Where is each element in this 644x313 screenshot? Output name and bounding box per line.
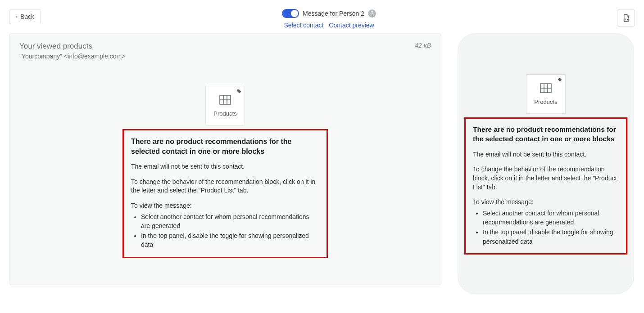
- preview-size: 42 kB: [415, 42, 431, 49]
- contact-preview-link[interactable]: Contact preview: [329, 22, 374, 29]
- topbar-center: Message for Person 2 ? Select contact Co…: [282, 9, 376, 29]
- products-grid-icon: [540, 83, 552, 93]
- view-code-button[interactable]: [617, 9, 635, 27]
- warning-line-2: To change the behavior of the recommenda…: [131, 178, 319, 195]
- code-file-icon: [621, 13, 630, 22]
- warning-line-2: To change the behavior of the recommenda…: [473, 165, 619, 192]
- warning-list: Select another contact for whom personal…: [473, 209, 619, 246]
- products-block[interactable]: Products: [205, 86, 245, 125]
- warning-line-3: To view the message:: [131, 201, 319, 210]
- personalized-toggle[interactable]: [282, 9, 299, 18]
- warning-list: Select another contact for whom personal…: [131, 212, 319, 250]
- back-button[interactable]: ‹ Back: [9, 9, 41, 24]
- toggle-row: Message for Person 2 ?: [282, 9, 376, 18]
- back-label: Back: [20, 13, 34, 20]
- warning-line-3: To view the message:: [473, 198, 619, 207]
- desktop-preview-panel: Your viewed products "Yourcompany" <info…: [9, 33, 441, 285]
- toggle-label: Message for Person 2: [303, 10, 364, 17]
- warning-box-desktop: There are no product recommendations for…: [122, 129, 328, 258]
- chevron-left-icon: ‹: [16, 13, 18, 20]
- links-row: Select contact Contact preview: [284, 22, 374, 29]
- warning-list-item: In the top panel, disable the toggle for…: [483, 228, 619, 246]
- mobile-preview-panel: Products There are no product recommenda…: [458, 33, 634, 294]
- warning-list-item: Select another contact for whom personal…: [483, 209, 619, 227]
- tag-icon: [236, 89, 242, 94]
- products-block-label: Products: [534, 98, 557, 105]
- warning-list-item: Select another contact for whom personal…: [141, 212, 319, 231]
- warning-line-1: The email will not be sent to this conta…: [131, 162, 319, 171]
- warning-box-mobile: There are no product recommendations for…: [464, 117, 627, 255]
- content-area: Your viewed products "Yourcompany" <info…: [0, 33, 644, 294]
- preview-subject: Your viewed products: [19, 42, 125, 51]
- help-icon[interactable]: ?: [368, 9, 376, 18]
- select-contact-link[interactable]: Select contact: [284, 22, 323, 29]
- warning-title: There are no product recommendations for…: [131, 137, 319, 156]
- topbar: ‹ Back Message for Person 2 ? Select con…: [0, 0, 644, 33]
- products-grid-icon: [219, 95, 231, 105]
- preview-header: Your viewed products "Yourcompany" <info…: [19, 42, 431, 60]
- warning-list-item: In the top panel, disable the toggle for…: [141, 231, 319, 250]
- tag-icon: [557, 77, 562, 83]
- products-block[interactable]: Products: [526, 74, 566, 114]
- warning-line-1: The email will not be sent to this conta…: [473, 150, 619, 159]
- products-block-label: Products: [213, 110, 236, 117]
- warning-title: There are no product recommendations for…: [473, 125, 619, 144]
- preview-from: "Yourcompany" <info@example.com>: [19, 53, 125, 60]
